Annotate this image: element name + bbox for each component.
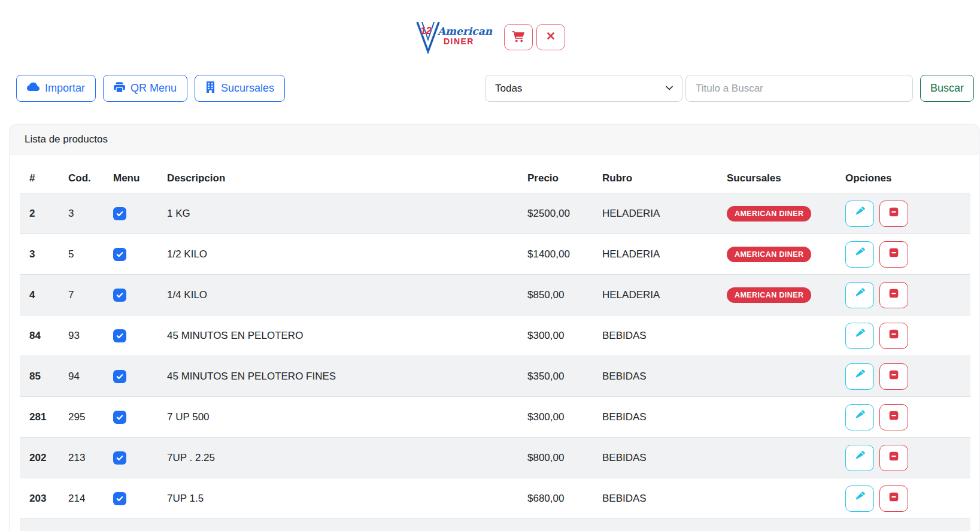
product-list-card: Lista de productos # Cod. Menu Descripci… xyxy=(10,125,979,531)
search-button[interactable]: Buscar xyxy=(920,75,974,102)
edit-button[interactable] xyxy=(845,404,874,430)
row-descripcion-cell: 7UP . 2.25 xyxy=(157,438,518,478)
edit-button[interactable] xyxy=(845,323,874,349)
menu-checkbox[interactable] xyxy=(113,207,126,220)
row-id-cell: 85 xyxy=(20,356,59,397)
pencil-icon xyxy=(854,491,865,505)
row-id-cell: 84 xyxy=(20,315,59,356)
row-cod-cell: 295 xyxy=(59,397,104,438)
table-row-cutoff xyxy=(20,519,970,531)
col-header-cod: Cod. xyxy=(59,164,104,193)
row-descripcion-cell: 7 UP 500 xyxy=(157,397,518,438)
col-header-sucursales: Sucursales xyxy=(717,164,836,193)
row-rubro-cell: BEBIDAS xyxy=(593,315,717,356)
table-row: 202 213 7UP . 2.25 $800,00 BEBIDAS xyxy=(20,438,970,478)
row-cod-cell: 214 xyxy=(59,478,104,519)
row-id-cell: 203 xyxy=(20,478,59,519)
row-descripcion-cell: 45 MINUTOS EN PELOTERO xyxy=(157,315,518,356)
row-rubro-cell: BEBIDAS xyxy=(593,356,717,397)
american-diner-logo: 12 American DINER xyxy=(415,20,492,54)
menu-checkbox[interactable] xyxy=(113,492,126,505)
row-precio-cell: $300,00 xyxy=(518,397,593,438)
minus-square-icon xyxy=(888,329,899,342)
row-cod-cell: 94 xyxy=(59,356,104,397)
import-button-label: Importar xyxy=(45,82,85,95)
search-input[interactable] xyxy=(685,75,913,102)
delete-button[interactable] xyxy=(879,241,908,268)
row-id-cell: 4 xyxy=(20,275,59,315)
row-rubro-cell: HELADERIA xyxy=(593,275,717,315)
delete-button[interactable] xyxy=(879,363,908,390)
row-precio-cell: $350,00 xyxy=(518,356,593,397)
delete-button[interactable] xyxy=(879,486,908,512)
delete-button[interactable] xyxy=(879,201,908,227)
qr-menu-button[interactable]: QR Menu xyxy=(103,75,187,102)
minus-square-icon xyxy=(888,369,899,383)
menu-checkbox[interactable] xyxy=(113,329,126,342)
logo-diner-text: DINER xyxy=(444,37,492,45)
row-id-cell: 2 xyxy=(20,193,59,234)
v12-logo-icon: 12 xyxy=(415,20,441,54)
table-header-row: # Cod. Menu Descripcion Precio Rubro Suc… xyxy=(20,164,970,193)
row-cod-cell: 93 xyxy=(59,315,104,356)
menu-checkbox[interactable] xyxy=(113,248,126,261)
branches-button-label: Sucursales xyxy=(221,82,274,95)
row-rubro-cell: HELADERIA xyxy=(593,234,717,275)
row-precio-cell: $300,00 xyxy=(518,315,593,356)
branch-badge: AMERICAN DINER xyxy=(727,206,811,221)
edit-button[interactable] xyxy=(845,201,874,227)
delete-button[interactable] xyxy=(879,323,908,349)
minus-square-icon xyxy=(888,491,899,505)
row-descripcion-cell: 1/2 KILO xyxy=(157,234,518,275)
menu-checkbox[interactable] xyxy=(113,451,126,465)
table-row: 203 214 7UP 1.5 $680,00 BEBIDAS xyxy=(20,478,970,519)
edit-button[interactable] xyxy=(845,486,874,512)
col-header-descripcion: Descripcion xyxy=(157,164,518,193)
table-row: 3 5 1/2 KILO $1400,00 HELADERIA AMERICAN… xyxy=(20,234,970,275)
toolbar: Importar QR Menu xyxy=(0,75,980,102)
logo-number: 12 xyxy=(420,25,432,37)
edit-button[interactable] xyxy=(845,363,874,390)
row-cod-cell: 3 xyxy=(59,193,104,234)
edit-button[interactable] xyxy=(845,445,874,471)
cart-icon xyxy=(511,29,526,45)
branches-button[interactable]: Sucursales xyxy=(195,75,285,102)
delete-button[interactable] xyxy=(879,445,908,471)
menu-checkbox[interactable] xyxy=(113,289,126,302)
row-rubro-cell: BEBIDAS xyxy=(593,478,717,519)
page-header: 12 American DINER xyxy=(0,0,980,60)
close-button[interactable] xyxy=(536,24,565,50)
delete-button[interactable] xyxy=(879,404,908,430)
qr-menu-button-label: QR Menu xyxy=(131,82,177,95)
row-id-cell: 202 xyxy=(20,438,59,478)
row-cod-cell: 213 xyxy=(59,438,104,478)
cloud-icon xyxy=(27,81,40,96)
row-rubro-cell: BEBIDAS xyxy=(593,397,717,438)
minus-square-icon xyxy=(888,207,899,220)
table-row: 4 7 1/4 KILO $850,00 HELADERIA AMERICAN … xyxy=(20,275,970,315)
cart-button[interactable] xyxy=(504,24,533,50)
delete-button[interactable] xyxy=(879,282,908,308)
table-row: 281 295 7 UP 500 $300,00 BEBIDAS xyxy=(20,397,970,438)
products-table: # Cod. Menu Descripcion Precio Rubro Suc… xyxy=(20,164,970,531)
row-descripcion-cell: 1 KG xyxy=(157,193,518,234)
menu-checkbox[interactable] xyxy=(113,411,126,424)
row-precio-cell: $850,00 xyxy=(518,275,593,315)
row-id-cell: 281 xyxy=(20,397,59,438)
card-title: Lista de productos xyxy=(10,125,979,154)
import-button[interactable]: Importar xyxy=(16,75,96,102)
col-header-opciones: Opciones xyxy=(836,164,970,193)
edit-button[interactable] xyxy=(845,241,874,268)
row-descripcion-cell: 1/4 KILO xyxy=(157,275,518,315)
logo-script-text: American xyxy=(438,26,492,37)
minus-square-icon xyxy=(888,451,899,465)
pencil-icon xyxy=(854,451,865,465)
category-filter-select[interactable]: Todas xyxy=(485,75,682,102)
category-filter-wrap: Todas xyxy=(485,75,682,102)
edit-button[interactable] xyxy=(845,282,874,308)
branch-badge: AMERICAN DINER xyxy=(727,287,811,303)
menu-checkbox[interactable] xyxy=(113,370,126,383)
table-row: 84 93 45 MINUTOS EN PELOTERO $300,00 BEB… xyxy=(20,315,970,356)
col-header-id: # xyxy=(20,164,59,193)
printer-icon xyxy=(114,81,125,96)
